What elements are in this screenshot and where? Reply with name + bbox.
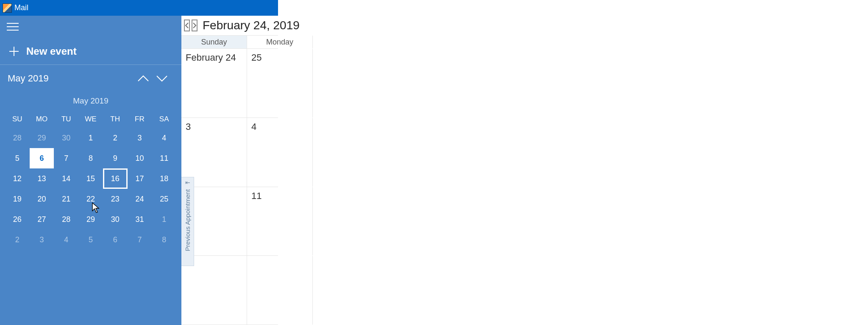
mini-day[interactable]: 15 bbox=[78, 168, 103, 189]
mini-day[interactable]: 8 bbox=[152, 230, 176, 250]
mini-day[interactable]: 21 bbox=[54, 189, 78, 209]
mini-day[interactable]: 2 bbox=[103, 128, 128, 148]
mini-day[interactable]: 12 bbox=[5, 168, 30, 189]
mini-weekday: FR bbox=[128, 112, 152, 128]
mini-day[interactable]: 5 bbox=[5, 148, 30, 168]
mini-calendar: May 2019 SUMOTUWETHFRSA 2829301234567891… bbox=[0, 92, 181, 250]
mini-day[interactable]: 11 bbox=[152, 148, 176, 168]
mini-day[interactable]: 2 bbox=[5, 230, 30, 250]
mini-day[interactable]: 5 bbox=[78, 230, 103, 250]
mini-weekday: TH bbox=[103, 112, 128, 128]
mini-day[interactable]: 30 bbox=[103, 209, 128, 230]
mini-day[interactable]: 17 bbox=[128, 168, 152, 189]
mini-day[interactable]: 28 bbox=[5, 128, 30, 148]
mini-day[interactable]: 3 bbox=[30, 230, 54, 250]
new-event-label: New event bbox=[26, 45, 77, 57]
mini-day[interactable]: 20 bbox=[30, 189, 54, 209]
calendar-day-cell[interactable]: 11 bbox=[247, 187, 313, 256]
previous-appointment-tab[interactable]: ⇤ Previous Appointment bbox=[181, 177, 194, 266]
next-month-button[interactable] bbox=[153, 69, 171, 88]
mini-day[interactable]: 10 bbox=[128, 148, 152, 168]
mini-day[interactable]: 31 bbox=[128, 209, 152, 230]
sidebar: New event May 2019 May 2019 SUMOTUWETHFR… bbox=[0, 16, 181, 325]
mini-day[interactable]: 23 bbox=[103, 189, 128, 209]
mini-day[interactable]: 6 bbox=[30, 148, 54, 168]
month-header: May 2019 bbox=[0, 65, 181, 92]
calendar-column-header: Monday bbox=[247, 36, 313, 48]
mini-day[interactable]: 28 bbox=[54, 209, 78, 230]
mini-day[interactable]: 24 bbox=[128, 189, 152, 209]
mini-day[interactable]: 1 bbox=[152, 209, 176, 230]
mini-day[interactable]: 3 bbox=[128, 128, 152, 148]
mini-day[interactable]: 25 bbox=[152, 189, 176, 209]
app-icon bbox=[3, 3, 12, 13]
mini-day[interactable]: 27 bbox=[30, 209, 54, 230]
app-body: New event May 2019 May 2019 SUMOTUWETHFR… bbox=[0, 16, 278, 325]
current-date-label: February 24, 2019 bbox=[203, 19, 300, 32]
mini-day[interactable]: 9 bbox=[103, 148, 128, 168]
mini-day[interactable]: 6 bbox=[103, 230, 128, 250]
mini-day[interactable]: 16 bbox=[103, 168, 128, 189]
prev-month-button[interactable] bbox=[134, 69, 153, 88]
app-title: Mail bbox=[14, 3, 28, 12]
mini-weekday: SU bbox=[5, 112, 30, 128]
calendar-day-cell[interactable]: February 24 bbox=[181, 49, 247, 118]
arrow-left-icon: ⇤ bbox=[185, 179, 190, 186]
calendar-column-header: Sunday bbox=[181, 36, 247, 48]
month-header-label: May 2019 bbox=[8, 73, 134, 84]
hamburger-button[interactable] bbox=[0, 16, 25, 38]
mini-day[interactable]: 29 bbox=[78, 209, 103, 230]
calendar-day-cell[interactable] bbox=[181, 256, 247, 325]
mini-calendar-title: May 2019 bbox=[5, 96, 176, 106]
mini-day[interactable]: 26 bbox=[5, 209, 30, 230]
mini-day[interactable]: 29 bbox=[30, 128, 54, 148]
mini-day[interactable]: 1 bbox=[78, 128, 103, 148]
mini-day[interactable]: 18 bbox=[152, 168, 176, 189]
previous-appointment-label: Previous Appointment bbox=[184, 189, 191, 251]
mini-weekday: MO bbox=[30, 112, 54, 128]
title-bar: Mail bbox=[0, 0, 278, 16]
mini-weekday: WE bbox=[78, 112, 103, 128]
calendar-column-headers: SundayMonday bbox=[181, 35, 278, 49]
mini-day[interactable]: 8 bbox=[78, 148, 103, 168]
mini-day[interactable]: 19 bbox=[5, 189, 30, 209]
mini-day[interactable]: 13 bbox=[30, 168, 54, 189]
new-event-button[interactable]: New event bbox=[0, 38, 181, 65]
mini-weekday: SA bbox=[152, 112, 176, 128]
mini-day[interactable]: 14 bbox=[54, 168, 78, 189]
mini-weekday: TU bbox=[54, 112, 78, 128]
mini-day[interactable]: 22 bbox=[78, 189, 103, 209]
mini-day[interactable]: 7 bbox=[54, 148, 78, 168]
calendar-day-cell[interactable]: 3 bbox=[181, 118, 247, 187]
mini-day[interactable]: 7 bbox=[128, 230, 152, 250]
app-window: Mail New event bbox=[0, 0, 278, 325]
calendar-day-cell[interactable] bbox=[247, 256, 313, 325]
mini-day[interactable]: 4 bbox=[152, 128, 176, 148]
mini-day[interactable]: 4 bbox=[54, 230, 78, 250]
mini-calendar-grid: 2829301234567891011121314151617181920212… bbox=[5, 128, 176, 250]
prev-period-button[interactable] bbox=[184, 20, 190, 31]
calendar-day-cell[interactable]: 4 bbox=[247, 118, 313, 187]
plus-icon bbox=[8, 46, 19, 57]
calendar-main: February 24, 2019 SundayMonday February … bbox=[181, 16, 278, 325]
next-period-button[interactable] bbox=[192, 20, 198, 31]
calendar-day-cell[interactable]: 25 bbox=[247, 49, 313, 118]
calendar-grid: February 24253411 bbox=[181, 49, 278, 325]
mini-day[interactable]: 30 bbox=[54, 128, 78, 148]
mini-calendar-weekdays: SUMOTUWETHFRSA bbox=[5, 112, 176, 128]
calendar-toolbar: February 24, 2019 bbox=[181, 16, 278, 35]
